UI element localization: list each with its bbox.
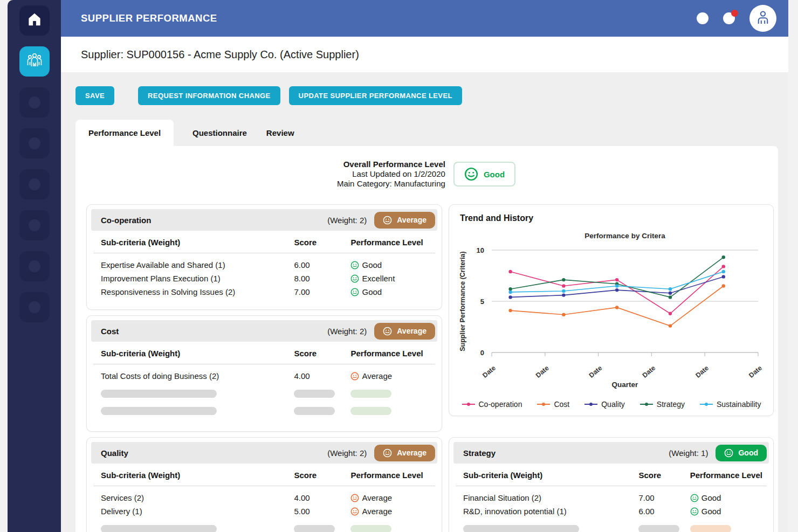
sidebar-item-home[interactable] — [19, 5, 50, 36]
notifications-icon[interactable] — [723, 12, 735, 24]
smiley-face-icon — [350, 507, 359, 516]
skeleton-bar — [350, 407, 391, 415]
badge-label: Average — [397, 448, 426, 457]
table-header: Sub-criteria (Weight) Score Performance … — [453, 464, 769, 485]
col-subcriteria: Sub-criteria (Weight) — [101, 237, 294, 247]
legend-marker-icon — [639, 402, 653, 407]
table-row: Financial Situation (2) 7.00 Good — [463, 491, 766, 505]
subcriteria-label: Responsiveness in Solving Issues (2) — [101, 285, 294, 299]
smiley-face-icon — [383, 327, 392, 336]
performance-level-badge[interactable]: Average — [374, 445, 435, 461]
page-title: SUPPLIER PERFORMANCE — [81, 12, 217, 24]
performance-line-chart: Performance by CriteraSupplier Performan… — [456, 227, 766, 398]
sidebar-item-supplier-performance[interactable] — [19, 46, 50, 77]
header-circle-icon[interactable] — [697, 12, 708, 24]
svg-text:Supplier Performance (Criteria: Supplier Performance (Criteria) — [459, 251, 466, 351]
skeleton-bar — [294, 407, 335, 415]
main-area: SUPPLIER PERFORMANCE Supplier: SUP0 — [61, 0, 788, 532]
chart-legend: Co-operation Cost Quality Strategy S — [462, 400, 761, 409]
tab-review[interactable]: Review — [266, 120, 294, 146]
trend-heading: Trend and History — [460, 213, 766, 223]
sidebar-item-placeholder-1[interactable] — [19, 87, 50, 118]
skeleton-bar — [638, 525, 679, 532]
sidebar — [8, 0, 61, 532]
panel-cost: Cost (Weight: 2) Average Sub-criteria (W… — [86, 315, 442, 432]
table-row: Improvement Plans Execution (1) 8.00 Exc… — [101, 272, 434, 285]
legend-item: Cost — [536, 400, 569, 409]
badge-label: Average — [397, 216, 426, 224]
panel-strategy: Strategy (Weight: 1) Good Sub-criteria (… — [449, 437, 774, 532]
panel-quality: Quality (Weight: 2) Average Sub-criteria… — [86, 437, 442, 532]
skeleton-bar — [294, 525, 335, 532]
subcriteria-label: Total Costs of doing Business (2) — [101, 369, 294, 383]
col-performance-level: Performance Level — [690, 470, 766, 480]
smiley-face-icon — [350, 274, 359, 283]
score-value: 6.00 — [294, 258, 350, 272]
col-subcriteria: Sub-criteria (Weight) — [101, 470, 294, 480]
team-icon — [25, 51, 44, 72]
top-header: SUPPLIER PERFORMANCE — [61, 0, 788, 37]
panel-weight: (Weight: 2) — [327, 327, 367, 336]
score-value: 7.00 — [294, 285, 350, 299]
panel-title: Quality — [101, 448, 128, 458]
sidebar-item-placeholder-4[interactable] — [19, 210, 50, 240]
panel-title: Co-operation — [101, 216, 151, 225]
svg-text:Quarter: Quarter — [612, 381, 639, 389]
col-subcriteria: Sub-criteria (Weight) — [463, 470, 638, 480]
header-actions — [697, 5, 776, 32]
performance-level-badge[interactable]: Average — [374, 323, 435, 340]
sidebar-item-placeholder-6[interactable] — [19, 292, 50, 322]
overall-performance-section: Overall Performance Level Last Updated o… — [81, 160, 772, 189]
notification-badge-dot — [731, 10, 738, 17]
panel-cooperation: Co-operation (Weight: 2) Average Sub-cri… — [86, 204, 442, 310]
skeleton-bar — [101, 407, 217, 415]
user-avatar[interactable] — [749, 5, 776, 32]
smiley-face-icon — [350, 494, 359, 502]
panel-weight: (Weight: 2) — [327, 448, 367, 458]
sidebar-item-placeholder-3[interactable] — [19, 169, 50, 199]
row-performance-level: Average — [350, 369, 434, 383]
overall-performance-badge[interactable]: Good — [453, 162, 515, 186]
smiley-face-icon — [350, 261, 359, 270]
smiley-face-icon — [350, 372, 359, 381]
chart-area: Performance by CriteraSupplier Performan… — [457, 227, 766, 409]
performance-level-badge[interactable]: Average — [374, 212, 435, 229]
panel-title: Cost — [101, 327, 119, 336]
panel-header: Strategy (Weight: 1) Good — [453, 442, 769, 464]
smiley-face-icon — [690, 494, 699, 502]
svg-text:Date: Date — [694, 364, 710, 379]
skeleton-bar — [463, 525, 579, 532]
row-performance-level: Excellent — [350, 272, 434, 285]
save-button[interactable]: SAVE — [75, 86, 114, 105]
score-value: 6.00 — [638, 505, 690, 518]
svg-text:Date: Date — [641, 364, 657, 379]
svg-text:0: 0 — [480, 349, 484, 357]
tab-performance-level[interactable]: Performance Level — [75, 120, 174, 146]
sidebar-item-placeholder-2[interactable] — [19, 128, 50, 158]
table-body: Services (2) 4.00 Average Delivery (1) 5… — [91, 486, 437, 532]
request-information-change-button[interactable]: REQUEST INFORMATION CHANGE — [138, 86, 280, 105]
sidebar-item-placeholder-5[interactable] — [19, 251, 50, 281]
tab-content-sheet: Overall Performance Level Last Updated o… — [75, 146, 778, 532]
score-value: 5.00 — [294, 505, 350, 518]
user-avatar-icon — [754, 9, 772, 28]
performance-level-badge[interactable]: Good — [716, 445, 767, 461]
subcriteria-label: R&D, innovation potential (1) — [463, 505, 638, 518]
panel-weight: (Weight: 2) — [327, 216, 367, 225]
subcriteria-label: Services (2) — [101, 491, 294, 505]
skeleton-bar — [101, 390, 217, 398]
legend-item: Quality — [584, 400, 625, 409]
table-row: R&D, innovation potential (1) 6.00 Good — [463, 505, 766, 518]
tab-questionnaire[interactable]: Questionnaire — [192, 120, 247, 146]
panel-title: Strategy — [463, 448, 496, 458]
update-supplier-performance-level-button[interactable]: UPDATE SUPPLIER PERFORMANCE LEVEL — [289, 86, 462, 105]
skeleton-bar — [101, 525, 217, 532]
legend-label: Co-operation — [479, 400, 522, 409]
legend-marker-icon — [536, 402, 551, 407]
table-header: Sub-criteria (Weight) Score Performance … — [91, 342, 437, 363]
smiley-face-icon — [383, 216, 392, 225]
table-row-skeleton — [101, 403, 434, 417]
row-performance-level: Average — [350, 505, 434, 518]
panel-header: Cost (Weight: 2) Average — [91, 320, 437, 342]
badge-label: Good — [738, 448, 758, 457]
